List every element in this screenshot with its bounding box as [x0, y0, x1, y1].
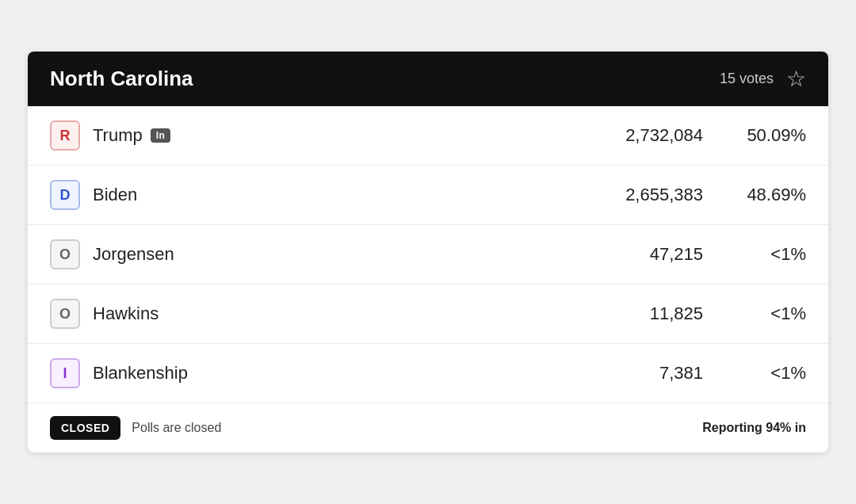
reporting-text: Reporting 94% in: [702, 421, 806, 435]
candidate-pct: <1%: [735, 244, 806, 265]
candidate-votes: 11,825: [576, 304, 703, 324]
candidate-name: TrumpIn: [93, 125, 576, 146]
polls-closed-text: Polls are closed: [132, 421, 221, 435]
candidate-pct: 48.69%: [735, 185, 806, 205]
footer-left: CLOSED Polls are closed: [50, 416, 221, 440]
favorite-star-icon[interactable]: ☆: [786, 66, 806, 92]
card-header: North Carolina 15 votes ☆: [28, 52, 828, 106]
header-right: 15 votes ☆: [720, 66, 806, 92]
candidate-name: Blankenship: [93, 363, 576, 384]
party-badge-i: I: [50, 358, 80, 388]
party-badge-o: O: [50, 299, 80, 329]
candidate-row: RTrumpIn2,732,08450.09%: [28, 106, 828, 166]
party-badge-o: O: [50, 239, 80, 269]
candidate-name: Hawkins: [93, 304, 576, 324]
candidate-row: OHawkins11,825<1%: [28, 284, 828, 344]
state-title: North Carolina: [50, 67, 193, 91]
incumbent-badge: In: [151, 128, 170, 143]
candidate-votes: 47,215: [576, 244, 703, 265]
candidate-name: Jorgensen: [93, 244, 576, 265]
results-card: North Carolina 15 votes ☆ RTrumpIn2,732,…: [28, 52, 828, 452]
candidate-row: OJorgensen47,215<1%: [28, 225, 828, 284]
candidate-pct: <1%: [735, 304, 806, 324]
party-badge-d: D: [50, 180, 80, 210]
votes-label: 15 votes: [720, 71, 774, 87]
candidate-pct: 50.09%: [735, 125, 806, 146]
candidates-list: RTrumpIn2,732,08450.09%DBiden2,655,38348…: [28, 106, 828, 403]
candidate-row: DBiden2,655,38348.69%: [28, 166, 828, 225]
candidate-name: Biden: [93, 185, 576, 205]
card-footer: CLOSED Polls are closed Reporting 94% in: [28, 403, 828, 452]
closed-badge: CLOSED: [50, 416, 120, 440]
candidate-votes: 2,732,084: [576, 125, 703, 146]
candidate-pct: <1%: [735, 363, 806, 384]
candidate-votes: 2,655,383: [576, 185, 703, 205]
candidate-votes: 7,381: [576, 363, 703, 384]
candidate-row: IBlankenship7,381<1%: [28, 344, 828, 403]
party-badge-r: R: [50, 120, 80, 151]
